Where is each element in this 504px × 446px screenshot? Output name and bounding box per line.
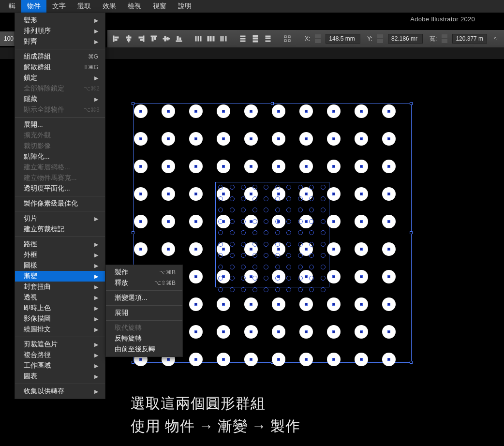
circle-large[interactable] bbox=[189, 297, 203, 311]
circle-small[interactable] bbox=[275, 242, 280, 247]
circle-small[interactable] bbox=[252, 242, 257, 247]
circle-large[interactable] bbox=[189, 215, 203, 228]
circle-small[interactable] bbox=[252, 253, 257, 258]
menu-item[interactable]: 排列順序▶ bbox=[15, 26, 105, 36]
circle-small[interactable] bbox=[321, 185, 326, 190]
circle-small[interactable] bbox=[218, 219, 223, 224]
circle-large[interactable] bbox=[134, 215, 148, 228]
circle-small[interactable] bbox=[275, 265, 280, 269]
circle-large[interactable] bbox=[244, 104, 258, 118]
menu-item[interactable]: 工作區域▶ bbox=[15, 360, 105, 371]
circle-large[interactable] bbox=[355, 215, 368, 228]
circle-large[interactable] bbox=[327, 187, 341, 201]
circle-large[interactable] bbox=[382, 132, 396, 146]
x-field[interactable]: 148.5 mm bbox=[326, 34, 360, 44]
circle-large[interactable] bbox=[134, 160, 148, 173]
menu-item[interactable]: 建立剪裁標記 bbox=[15, 224, 105, 235]
menu-type[interactable]: 文字 bbox=[46, 0, 72, 13]
menu-effect[interactable]: 效果 bbox=[97, 0, 122, 13]
circle-large[interactable] bbox=[272, 353, 285, 366]
circle-large[interactable] bbox=[217, 297, 230, 311]
circle-small[interactable] bbox=[298, 253, 303, 258]
link-icon[interactable] bbox=[492, 34, 500, 43]
dist-h2-icon[interactable] bbox=[207, 34, 215, 43]
circle-small[interactable] bbox=[275, 208, 280, 212]
menu-item[interactable]: 圖表▶ bbox=[15, 371, 105, 382]
circle-large[interactable] bbox=[244, 353, 258, 366]
circle-small[interactable] bbox=[309, 242, 314, 247]
circle-small[interactable] bbox=[230, 196, 235, 201]
menu-item[interactable]: 展開 bbox=[106, 308, 182, 318]
circle-large[interactable] bbox=[327, 353, 341, 366]
menu-item[interactable]: 圖樣▶ bbox=[15, 260, 105, 271]
circle-small[interactable] bbox=[298, 276, 303, 281]
circle-small[interactable] bbox=[264, 265, 268, 269]
dist-h3-icon[interactable] bbox=[220, 34, 227, 43]
circle-large[interactable] bbox=[327, 242, 341, 256]
circle-small[interactable] bbox=[264, 276, 268, 281]
menu-help[interactable]: 說明 bbox=[172, 0, 197, 13]
menu-item[interactable]: 影像描圖▶ bbox=[15, 313, 105, 324]
circle-small[interactable] bbox=[321, 196, 326, 201]
circle-small[interactable] bbox=[218, 265, 223, 269]
menu-item[interactable]: 複合路徑▶ bbox=[15, 350, 105, 360]
circle-large[interactable] bbox=[189, 353, 203, 366]
circle-large[interactable] bbox=[327, 215, 341, 228]
circle-small[interactable] bbox=[321, 253, 326, 258]
circle-small[interactable] bbox=[230, 185, 235, 190]
circle-large[interactable] bbox=[327, 270, 341, 283]
circle-large[interactable] bbox=[162, 132, 175, 146]
circle-small[interactable] bbox=[286, 287, 291, 292]
menu-item[interactable]: 反轉旋轉 bbox=[106, 333, 182, 344]
circle-small[interactable] bbox=[286, 253, 291, 258]
circle-small[interactable] bbox=[252, 208, 257, 212]
menu-item[interactable]: 由前至後反轉 bbox=[106, 344, 182, 355]
circle-small[interactable] bbox=[275, 185, 280, 190]
circle-large[interactable] bbox=[244, 325, 258, 339]
circle-small[interactable] bbox=[218, 287, 223, 292]
circle-large[interactable] bbox=[134, 242, 148, 256]
dist-v2-icon[interactable] bbox=[252, 34, 259, 43]
menu-item[interactable]: 製作⌥⌘B bbox=[106, 267, 182, 278]
menu-item[interactable]: 透視▶ bbox=[15, 292, 105, 303]
circle-small[interactable] bbox=[241, 219, 246, 224]
menu-item[interactable]: 釋放⌥⇧⌘B bbox=[106, 278, 182, 288]
menu-item[interactable]: 組成群組⌘G bbox=[15, 51, 105, 62]
menu-item[interactable]: 切片▶ bbox=[15, 213, 105, 224]
circle-small[interactable] bbox=[241, 265, 246, 269]
circle-large[interactable] bbox=[189, 325, 203, 339]
circle-small[interactable] bbox=[309, 265, 314, 269]
circle-small[interactable] bbox=[241, 253, 246, 258]
circle-large[interactable] bbox=[189, 104, 203, 118]
circle-large[interactable] bbox=[272, 132, 285, 146]
circle-small[interactable] bbox=[309, 219, 314, 224]
circle-large[interactable] bbox=[272, 297, 285, 311]
circle-small[interactable] bbox=[241, 230, 246, 235]
circle-large[interactable] bbox=[217, 325, 230, 339]
circle-large[interactable] bbox=[244, 297, 258, 311]
menu-item[interactable]: 外框▶ bbox=[15, 250, 105, 260]
circle-large[interactable] bbox=[327, 160, 341, 173]
circle-large[interactable] bbox=[299, 297, 313, 311]
circle-large[interactable] bbox=[355, 187, 368, 201]
circle-small[interactable] bbox=[298, 265, 303, 269]
menu-item[interactable]: 透明度平面化... bbox=[15, 183, 105, 194]
circle-small[interactable] bbox=[286, 196, 291, 201]
circle-small[interactable] bbox=[264, 185, 268, 190]
menu-item[interactable]: 剪裁遮色片▶ bbox=[15, 339, 105, 350]
circle-large[interactable] bbox=[217, 160, 230, 173]
circle-small[interactable] bbox=[298, 230, 303, 235]
circle-small[interactable] bbox=[275, 253, 280, 258]
circle-large[interactable] bbox=[189, 242, 203, 256]
circle-small[interactable] bbox=[218, 196, 223, 201]
menu-item[interactable]: 製作像素級最佳化 bbox=[15, 198, 105, 209]
circle-large[interactable] bbox=[217, 104, 230, 118]
circle-small[interactable] bbox=[252, 219, 257, 224]
circle-small[interactable] bbox=[264, 242, 268, 247]
circle-large[interactable] bbox=[162, 242, 175, 256]
circle-small[interactable] bbox=[309, 208, 314, 212]
circle-small[interactable] bbox=[230, 208, 235, 212]
align-top-icon[interactable] bbox=[150, 34, 158, 43]
circle-small[interactable] bbox=[241, 242, 246, 247]
circle-small[interactable] bbox=[230, 276, 235, 281]
